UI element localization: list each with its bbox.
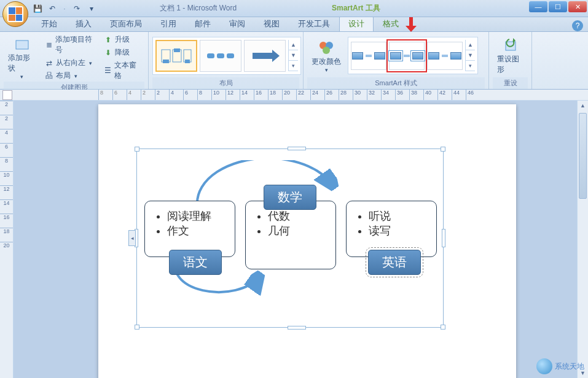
box3-item-1: 听说 [369, 209, 426, 223]
reset-graphic-button[interactable]: 重设图形 [493, 35, 528, 77]
ribbon: 添加形状 ▾ ≣添加项目符号 ⇄从右向左▾ 品布局▾ ⬆升级 ⬇降级 ☰文本窗格… [0, 32, 588, 90]
box3-item-2: 读写 [369, 223, 426, 238]
tab-insert[interactable]: 插入 [66, 16, 101, 31]
promote-button[interactable]: ⬆升级 [101, 34, 144, 45]
add-bullet-button[interactable]: ≣添加项目符号 [42, 34, 99, 56]
add-shape-label: 添加形状 [8, 53, 36, 74]
styles-down-icon[interactable]: ▼ [466, 50, 475, 61]
text-pane-toggle[interactable]: ◂ [128, 230, 136, 246]
styles-up-icon[interactable]: ▲ [466, 40, 475, 50]
svg-rect-4 [163, 60, 169, 63]
redo-icon[interactable]: ↷ [71, 3, 82, 14]
svg-rect-5 [174, 48, 180, 52]
quick-access-toolbar: 💾 ↶ · ↷ ▾ [32, 3, 97, 14]
maximize-button[interactable]: ☐ [549, 1, 567, 12]
office-button[interactable] [2, 1, 28, 27]
smartart-label-2[interactable]: 数学 [264, 185, 316, 210]
right-to-left-button[interactable]: ⇄从右向左▾ [42, 57, 99, 69]
change-colors-button[interactable]: 更改颜色 ▾ [307, 36, 345, 75]
smartart-box-2[interactable]: 代数 几何 [245, 201, 336, 269]
document-workspace: 22468101214161820 ◂ [0, 101, 588, 378]
layout-item-2[interactable] [200, 40, 241, 72]
undo-icon[interactable]: ↶ [47, 3, 58, 14]
svg-marker-16 [406, 17, 417, 32]
document-page[interactable]: ◂ 阅读理解 作文 语文 [98, 104, 516, 378]
box2-item-2: 几何 [268, 223, 326, 238]
smartart-label-1[interactable]: 语文 [169, 250, 222, 275]
watermark-text: 系统天地 [555, 361, 584, 372]
smartart-box-1[interactable]: 阅读理解 作文 [144, 201, 235, 257]
svg-point-13 [323, 47, 330, 54]
watermark: 系统天地 [536, 358, 584, 374]
gallery-up-icon[interactable]: ▲ [289, 40, 298, 50]
context-tool-title: SmartArt 工具 [332, 3, 380, 14]
text-pane-icon: ☰ [104, 66, 112, 75]
group-reset: 重设图形 重设 [489, 32, 532, 89]
tab-developer[interactable]: 开发工具 [289, 16, 339, 31]
styles-gallery-controls: ▲ ▼ ▾ [465, 40, 475, 71]
rtl-icon: ⇄ [45, 59, 53, 68]
tab-review[interactable]: 审阅 [220, 16, 254, 31]
layout-gallery-controls: ▲ ▼ ▾ [288, 40, 298, 71]
minimize-button[interactable]: — [529, 1, 547, 12]
svg-marker-10 [253, 50, 280, 62]
svg-rect-8 [217, 53, 224, 58]
document-title: 文档 1 - Microsoft Word [160, 3, 237, 14]
annotation-arrow-icon [406, 17, 417, 32]
smartart-canvas[interactable]: 阅读理解 作文 语文 代数 几何 数学 听说 读 [142, 154, 438, 322]
tab-design[interactable]: 设计 [339, 16, 374, 31]
styles-more-icon[interactable]: ▾ [466, 61, 475, 71]
group-styles-label: SmartArt 样式 [307, 77, 485, 89]
style-item-3[interactable] [427, 42, 463, 70]
tab-view[interactable]: 视图 [254, 16, 289, 31]
svg-rect-0 [16, 40, 28, 49]
qat-more-icon[interactable]: ▾ [86, 3, 97, 14]
group-smartart-styles: 更改颜色 ▾ ▲ ▼ ▾ SmartArt 样式 [304, 32, 489, 89]
change-colors-label: 更改颜色 [312, 56, 341, 67]
promote-icon: ⬆ [104, 36, 112, 44]
svg-rect-6 [185, 60, 190, 63]
style-item-2[interactable] [389, 42, 425, 70]
horizontal-ruler[interactable]: 8642246810121416182022242628303234363840… [0, 90, 588, 101]
close-button[interactable]: ✕ [568, 1, 587, 12]
help-icon[interactable]: ? [572, 20, 583, 31]
demote-icon: ⬇ [104, 48, 112, 57]
gallery-down-icon[interactable]: ▼ [289, 50, 298, 61]
layout-icon: 品 [45, 72, 53, 80]
group-create-graphic: 添加形状 ▾ ≣添加项目符号 ⇄从右向左▾ 品布局▾ ⬆升级 ⬇降级 ☰文本窗格… [0, 32, 149, 89]
globe-icon [536, 358, 552, 374]
tab-home[interactable]: 开始 [32, 16, 66, 31]
scroll-thumb[interactable] [579, 113, 587, 199]
group-layouts-label: 布局 [152, 77, 299, 89]
layout-item-3[interactable] [244, 40, 286, 72]
ribbon-tabs: 开始 插入 页面布局 引用 邮件 审阅 视图 开发工具 设计 格式 ? [0, 17, 588, 32]
scroll-up-icon[interactable]: ▲ [578, 101, 588, 110]
tab-format[interactable]: 格式 [374, 16, 408, 31]
add-shape-button[interactable]: 添加形状 ▾ [4, 34, 40, 82]
qat-sep: · [61, 4, 68, 13]
group-reset-label: 重设 [493, 77, 528, 89]
gallery-more-icon[interactable]: ▾ [289, 61, 298, 71]
smartart-label-3[interactable]: 英语 [368, 250, 421, 275]
demote-button[interactable]: ⬇降级 [101, 47, 144, 58]
smartart-box-3[interactable]: 听说 读写 [346, 201, 437, 257]
text-pane-button[interactable]: ☰文本窗格 [101, 60, 144, 82]
window-controls: — ☐ ✕ [529, 1, 587, 12]
tab-mailings[interactable]: 邮件 [186, 16, 220, 31]
box2-item-1: 代数 [268, 209, 326, 223]
vertical-scrollbar[interactable]: ▲ ▼ [577, 101, 588, 378]
layout-button[interactable]: 品布局▾ [42, 70, 99, 82]
tab-references[interactable]: 引用 [151, 16, 186, 31]
styles-gallery: ▲ ▼ ▾ [348, 37, 478, 74]
svg-rect-7 [207, 53, 214, 58]
titlebar: 💾 ↶ · ↷ ▾ 文档 1 - Microsoft Word SmartArt… [0, 0, 588, 17]
save-icon[interactable]: 💾 [32, 3, 43, 14]
vertical-ruler[interactable]: 22468101214161820 [0, 101, 14, 378]
smartart-frame[interactable]: ◂ 阅读理解 作文 语文 [136, 148, 444, 328]
layout-item-1[interactable] [155, 40, 197, 72]
tab-page-layout[interactable]: 页面布局 [101, 16, 151, 31]
tab-selector[interactable] [2, 90, 12, 100]
style-item-1[interactable] [351, 42, 386, 70]
group-layouts: ▲ ▼ ▾ 布局 [149, 32, 304, 89]
box1-item-1: 阅读理解 [167, 209, 225, 223]
